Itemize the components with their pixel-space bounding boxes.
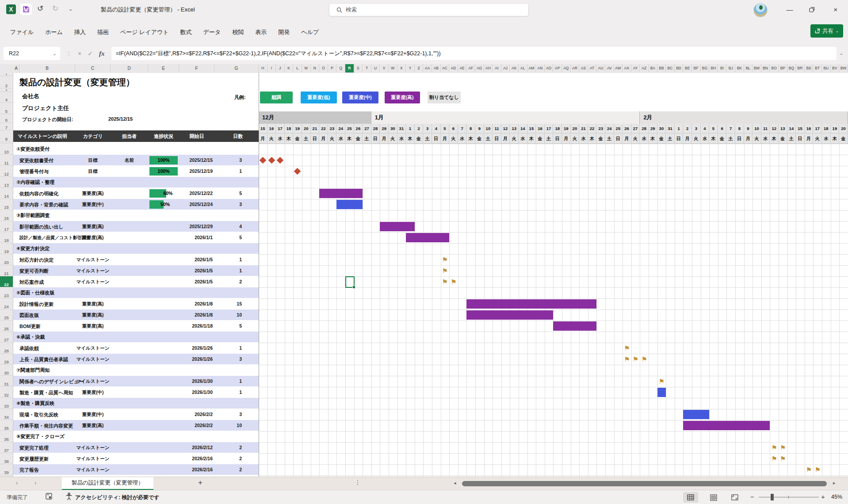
row-header-35[interactable]: 35 [0, 420, 13, 431]
gantt-day-header[interactable]: 2 [683, 124, 692, 134]
gantt-weekday-header[interactable]: 金 [718, 134, 727, 144]
table-row[interactable]: 変更依頼書受付目標名前100%2025/12/153 [13, 155, 259, 166]
gantt-weekday-header[interactable]: 日 [553, 134, 562, 144]
scroll-right-icon[interactable]: ▸ [833, 480, 836, 486]
table-row[interactable]: 対応案作成マイルストーン2026/1/52 [13, 276, 259, 287]
gantt-day-header[interactable]: 29 [380, 124, 389, 134]
gantt-weekday-header[interactable]: 木 [709, 134, 718, 144]
gantt-day-header[interactable]: 10 [753, 124, 761, 134]
table-row[interactable]: 完了報告マイルストーン2026/2/162 [13, 464, 259, 475]
gantt-day-header[interactable]: 23 [596, 124, 605, 134]
column-header-G[interactable]: G [214, 64, 259, 73]
gantt-weekday-header[interactable]: 水 [761, 134, 770, 144]
column-header-AL[interactable]: AL [519, 64, 527, 73]
table-row[interactable]: ⑨変更完了・クローズ [13, 431, 259, 442]
column-header-AC[interactable]: AC [441, 64, 450, 73]
gantt-day-header[interactable]: 20 [571, 124, 580, 134]
gantt-day-header[interactable]: 22 [588, 124, 597, 134]
normal-view-button[interactable] [683, 492, 698, 503]
gantt-day-header[interactable]: 12 [770, 124, 779, 134]
gantt-day-header[interactable]: 15 [527, 124, 536, 134]
gantt-weekday-header[interactable]: 水 [276, 134, 285, 144]
gantt-day-header[interactable]: 26 [623, 124, 631, 134]
ribbon-tab-9[interactable]: 開発 [272, 26, 295, 39]
column-header-Y[interactable]: Y [406, 64, 415, 73]
gantt-day-header[interactable]: 20 [839, 124, 848, 134]
table-row[interactable]: ⑦関連部門周知 [13, 365, 259, 376]
gantt-weekday-header[interactable]: 水 [519, 134, 527, 144]
column-header-AI[interactable]: AI [493, 64, 501, 73]
gantt-weekday-header[interactable]: 月 [501, 134, 510, 144]
gantt-day-header[interactable]: 28 [640, 124, 649, 134]
table-row[interactable]: ②内容確認・整理 [13, 177, 259, 188]
column-header-E[interactable]: E [148, 64, 179, 73]
gantt-day-header[interactable]: 10 [484, 124, 493, 134]
quick-access-more-icon[interactable]: ⌄ [69, 6, 73, 12]
table-row[interactable]: ①変更依頼受付 [13, 144, 259, 155]
gantt-weekday-header[interactable]: 月 [562, 134, 571, 144]
gantt-weekday-header[interactable]: 土 [605, 134, 614, 144]
column-header-AD[interactable]: AD [449, 64, 458, 73]
column-header-AV[interactable]: AV [605, 64, 614, 73]
gantt-day-header[interactable]: 30 [657, 124, 666, 134]
table-row[interactable]: ⑤図面・仕様改版 [13, 287, 259, 298]
gantt-bar[interactable] [657, 388, 666, 397]
search-input[interactable]: 検索 [329, 3, 529, 16]
gantt-weekday-header[interactable]: 月 [441, 134, 450, 144]
table-row[interactable]: 現場・取引先反映重要度(中)2026/2/23 [13, 409, 259, 420]
gantt-day-header[interactable]: 31 [666, 124, 675, 134]
table-row[interactable]: ③影響範囲調査 [13, 210, 259, 221]
restore-button[interactable] [801, 0, 822, 19]
table-row[interactable]: 影響範囲の洗い出し重要度(高)2025/12/294 [13, 221, 259, 232]
row-header-5[interactable]: 5 [0, 103, 13, 114]
row-header-1[interactable]: 1 [0, 73, 13, 76]
gantt-bar[interactable] [336, 200, 363, 209]
gantt-day-header[interactable]: 17 [813, 124, 822, 134]
gantt-day-header[interactable]: 20 [302, 124, 311, 134]
zoom-level[interactable]: 45% [831, 494, 842, 500]
column-header-BR[interactable]: BR [796, 64, 805, 73]
table-row[interactable]: 関係者へのデザインレビューマイルストーン2026/1/301 [13, 376, 259, 387]
gantt-weekday-header[interactable]: 金 [536, 134, 545, 144]
cancel-entry-button[interactable]: × [78, 50, 81, 57]
name-box[interactable]: R22 ⌄ [4, 47, 60, 60]
gantt-weekday-header[interactable]: 金 [415, 134, 424, 144]
gantt-weekday-header[interactable]: 土 [484, 134, 493, 144]
zoom-out-button[interactable]: − [750, 493, 754, 500]
next-sheet-icon[interactable]: › [34, 479, 37, 486]
gantt-weekday-header[interactable]: 月 [805, 134, 814, 144]
gantt-day-header[interactable]: 15 [259, 124, 267, 134]
ribbon-tab-8[interactable]: 表示 [249, 26, 272, 39]
gantt-weekday-header[interactable]: 木 [588, 134, 597, 144]
column-header-BF[interactable]: BF [692, 64, 701, 73]
row-header-32[interactable]: 32 [0, 387, 13, 398]
gantt-day-header[interactable]: 6 [718, 124, 727, 134]
gantt-day-header[interactable]: 25 [614, 124, 623, 134]
gantt-weekday-header[interactable]: 金 [354, 134, 363, 144]
ribbon-tab-3[interactable]: 描画 [92, 26, 115, 39]
formula-input[interactable]: =IF(AND($C22="目標",R$7>=$F22,R$7<=$F22+$G… [111, 47, 837, 60]
gantt-day-header[interactable]: 19 [831, 124, 840, 134]
row-header-10[interactable]: 10 [0, 144, 13, 155]
column-header-BP[interactable]: BP [779, 64, 787, 73]
gantt-weekday-header[interactable]: 日 [796, 134, 805, 144]
row-header-23[interactable]: 23 [0, 287, 13, 298]
gantt-bar[interactable] [683, 410, 709, 419]
table-row[interactable]: 製造・購買・品質へ周知重要度(中)2026/1/301 [13, 387, 259, 398]
macro-record-icon[interactable] [45, 493, 53, 501]
gantt-day-header[interactable]: 21 [579, 124, 588, 134]
gantt-day-header[interactable]: 8 [735, 124, 744, 134]
column-header-AQ[interactable]: AQ [562, 64, 571, 73]
gantt-weekday-header[interactable]: 日 [735, 134, 744, 144]
row-header-4[interactable]: 4 [0, 92, 13, 103]
table-row[interactable]: ④変更方針決定 [13, 243, 259, 254]
close-button[interactable]: × [825, 0, 846, 19]
row-header-30[interactable]: 30 [0, 365, 13, 376]
column-header-Z[interactable]: Z [415, 64, 424, 73]
gantt-weekday-header[interactable]: 火 [631, 134, 640, 144]
gantt-weekday-header[interactable]: 木 [770, 134, 779, 144]
gantt-weekday-header[interactable]: 火 [571, 134, 580, 144]
page-break-view-button[interactable] [727, 492, 742, 503]
column-header-K[interactable]: K [285, 64, 294, 73]
gantt-bar[interactable] [466, 299, 596, 309]
